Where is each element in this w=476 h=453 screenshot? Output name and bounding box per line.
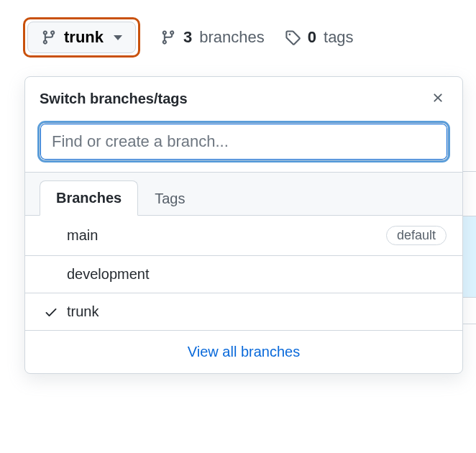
branch-selector-button[interactable]: trunk (27, 22, 136, 53)
tab-tags[interactable]: Tags (138, 181, 201, 216)
tags-link[interactable]: 0 tags (285, 28, 354, 47)
repo-toolbar: trunk 3 branches 0 tags (0, 0, 476, 72)
tags-label: tags (324, 28, 354, 47)
divider (463, 216, 476, 298)
branch-search-input[interactable] (40, 123, 448, 160)
close-icon (431, 91, 445, 107)
branches-link[interactable]: 3 branches (160, 28, 265, 47)
search-wrap (25, 119, 462, 172)
branch-name: development (67, 266, 447, 283)
git-branch-icon (41, 29, 57, 45)
divider (462, 171, 476, 178)
tab-branches[interactable]: Branches (40, 180, 138, 216)
tag-icon (285, 29, 301, 45)
branch-selector-label: trunk (64, 28, 104, 47)
default-badge: default (386, 226, 447, 245)
close-button[interactable] (428, 88, 448, 109)
ref-selector-popover: Switch branches/tags Branches Tags main … (24, 76, 463, 374)
branches-label: branches (199, 28, 265, 47)
divider (463, 324, 476, 324)
branch-name: trunk (67, 303, 447, 320)
branch-name: main (67, 227, 386, 244)
branch-item-main[interactable]: main default (25, 216, 462, 256)
view-all-branches-link[interactable]: View all branches (25, 331, 462, 373)
popover-title: Switch branches/tags (40, 91, 188, 107)
git-branch-icon (160, 29, 176, 45)
popover-header: Switch branches/tags (25, 77, 462, 119)
branches-count: 3 (183, 28, 192, 47)
branch-selector-highlight: trunk (23, 17, 140, 58)
branch-list: main default development trunk (25, 216, 462, 331)
branch-item-development[interactable]: development (25, 256, 462, 293)
check-icon (41, 305, 61, 319)
ref-tabs: Branches Tags (25, 172, 462, 216)
tags-count: 0 (308, 28, 316, 47)
chevron-down-icon (114, 35, 122, 40)
branch-item-trunk[interactable]: trunk (25, 293, 462, 331)
